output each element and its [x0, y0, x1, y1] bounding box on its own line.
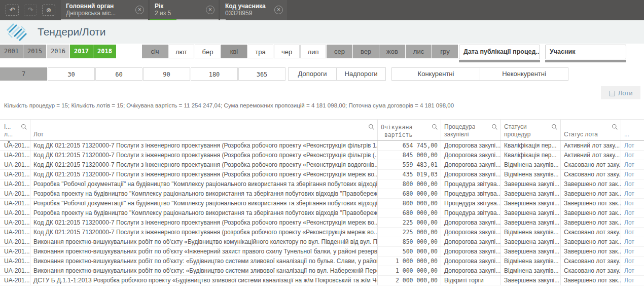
month-button[interactable]: тра: [247, 45, 273, 58]
cell-procedure-status[interactable]: Завершена закупі...: [501, 218, 561, 228]
cell-lot-title[interactable]: Виконання проектно-вишукувальних робіт п…: [30, 257, 378, 266]
day-range-button[interactable]: 7: [0, 67, 47, 81]
cell-lot-title[interactable]: Виконання проектно-вишукувальних робіт п…: [30, 237, 378, 247]
cell-procurement-procedure[interactable]: Допорогова закупі...: [441, 218, 501, 228]
participant-field[interactable]: Учасник: [545, 45, 626, 59]
cell-procurement-procedure[interactable]: Допорогова закупі...: [441, 170, 501, 179]
cell-lot-id[interactable]: UA-201...: [0, 141, 30, 151]
cell-procedure-status[interactable]: Відмінена закупів...: [501, 160, 561, 170]
day-range-button[interactable]: 90: [143, 67, 190, 81]
cell-procurement-procedure[interactable]: Допорогова закупі...: [441, 237, 501, 247]
search-icon[interactable]: [551, 124, 558, 130]
column-header[interactable]: Лот: [30, 120, 378, 140]
cell-expected-value[interactable]: 845 000,00: [378, 151, 441, 160]
cell-procedure-status[interactable]: Завершена закупі...: [501, 237, 561, 247]
cell-lot-status[interactable]: Завершено лот зак...: [561, 179, 621, 189]
cell-procurement-procedure[interactable]: Допорогова закупі...: [441, 266, 501, 276]
month-button[interactable]: вер: [353, 45, 379, 58]
year-button[interactable]: 2017: [70, 45, 93, 58]
cell-expected-value[interactable]: 225 000,00: [378, 218, 441, 228]
cell-expected-value[interactable]: 850 000,00: [378, 237, 441, 247]
clear-selection-icon[interactable]: [274, 6, 283, 14]
month-button[interactable]: лис: [406, 45, 432, 58]
cell-lot-status[interactable]: Завершено лот зак...: [561, 208, 621, 218]
cell-procurement-procedure[interactable]: Допорогова закупі...: [441, 257, 501, 266]
table-row[interactable]: UA-201... Розробка "Робочої документації…: [0, 179, 644, 189]
table-row[interactable]: UA-201... ДСТУ Б Д.1.1-1:2013 Розробка р…: [0, 276, 644, 285]
cell-lot-title[interactable]: Розробка "Робочої документації" на будів…: [30, 199, 378, 208]
cell-procurement-procedure[interactable]: Допорогова закупі...: [441, 160, 501, 170]
cell-expected-value[interactable]: 680 000,00: [378, 208, 441, 218]
cell-procedure-status[interactable]: Кваліфікація пер...: [501, 141, 561, 151]
search-icon[interactable]: [491, 124, 498, 130]
selection-chip[interactable]: Рік 2 из 5: [150, 0, 219, 20]
table-row[interactable]: UA-201... Код ДК 021:2015 71320000-7 Пос…: [0, 141, 644, 151]
lot-link[interactable]: Лот: [621, 189, 644, 199]
month-button[interactable]: сер: [327, 45, 352, 58]
undo-selection-icon[interactable]: [6, 5, 19, 16]
cell-expected-value[interactable]: 559 483,01: [378, 160, 441, 170]
column-header[interactable]: ...: [621, 120, 644, 140]
search-icon[interactable]: [432, 124, 438, 130]
threshold-button[interactable]: Надпороги: [336, 67, 386, 81]
threshold-button[interactable]: Допороги: [288, 67, 337, 81]
cell-procurement-procedure[interactable]: Процедура звітува...: [441, 189, 501, 199]
cell-expected-value[interactable]: 680 000,00: [378, 189, 441, 199]
cell-lot-status[interactable]: Скасовано лот заку...: [561, 160, 621, 170]
month-button[interactable]: гру: [432, 45, 458, 58]
day-range-button[interactable]: 60: [95, 67, 142, 81]
lot-link[interactable]: Лот: [621, 276, 644, 285]
year-button[interactable]: 2016: [47, 45, 69, 58]
clear-selection-icon[interactable]: [135, 6, 144, 14]
cell-lot-id[interactable]: UA-201...: [0, 276, 30, 285]
table-row[interactable]: UA-201... Розробка проекту на будівництв…: [0, 208, 644, 218]
cell-procedure-status[interactable]: Завершена закупі...: [501, 189, 561, 199]
table-row[interactable]: UA-201... Код ДК 021:2015 71320000-7 Пос…: [0, 228, 644, 237]
lot-link[interactable]: Лот: [621, 247, 644, 257]
day-range-button[interactable]: 365: [238, 67, 285, 81]
cell-lot-id[interactable]: UA-201...: [0, 257, 30, 266]
column-header[interactable]: Процедура закупівлі: [441, 120, 501, 140]
lot-link[interactable]: Лот: [621, 228, 644, 237]
selection-chip[interactable]: Головний орган Дніпровська міс...: [61, 0, 148, 20]
cell-lot-status[interactable]: Скасовано лот заку...: [561, 228, 621, 237]
cell-expected-value[interactable]: 800 000,00: [378, 199, 441, 208]
cell-procedure-status[interactable]: Завершена закупі...: [501, 247, 561, 257]
cell-procurement-procedure[interactable]: Допорогова закупі...: [441, 151, 501, 160]
cell-procedure-status[interactable]: Завершена закупі...: [501, 276, 561, 285]
month-button[interactable]: січ: [142, 45, 168, 58]
cell-lot-status[interactable]: Активний лот заку...: [561, 141, 621, 151]
cell-expected-value[interactable]: 500 000,00: [378, 247, 441, 257]
cell-expected-value[interactable]: 1 000 000,00: [378, 257, 441, 266]
cell-lot-status[interactable]: Скасовано лот заку...: [561, 170, 621, 179]
cell-lot-id[interactable]: UA-201...: [0, 266, 30, 276]
lot-link[interactable]: Лот: [621, 170, 644, 179]
cell-expected-value[interactable]: 800 000,00: [378, 179, 441, 189]
cell-lot-id[interactable]: UA-201...: [0, 151, 30, 160]
cell-lot-id[interactable]: UA-201...: [0, 218, 30, 228]
month-button[interactable]: жов: [379, 45, 405, 58]
cell-lot-id[interactable]: UA-201...: [0, 160, 30, 170]
search-icon[interactable]: [21, 124, 27, 130]
cell-lot-id[interactable]: UA-201...: [0, 237, 30, 247]
cell-lot-status[interactable]: Завершено лот зак...: [561, 247, 621, 257]
table-row[interactable]: UA-201... Виконання проектно-вишукувальн…: [0, 247, 644, 257]
month-button[interactable]: кві: [221, 45, 247, 58]
table-row[interactable]: UA-201... Виконання проектно-вишукувальн…: [0, 266, 644, 276]
cell-lot-status[interactable]: Завершено лот зак...: [561, 237, 621, 247]
cell-lot-status[interactable]: Скасовано лот заку...: [561, 266, 621, 276]
cell-procedure-status[interactable]: Відмінена закупів...: [501, 257, 561, 266]
cell-lot-title[interactable]: Розробка "Робочої документації" на будів…: [30, 179, 378, 189]
cell-lot-title[interactable]: Код ДК 021:2015 71320000-7 Послуги з інж…: [30, 151, 378, 160]
cell-procedure-status[interactable]: Відмінена закупів...: [501, 170, 561, 179]
cell-expected-value[interactable]: 654 745,00: [378, 141, 441, 151]
lot-link[interactable]: Лот: [621, 257, 644, 266]
cell-lot-id[interactable]: UA-201...: [0, 247, 30, 257]
cell-lot-status[interactable]: Скасовано лот заку...: [561, 257, 621, 266]
clear-selection-icon[interactable]: [206, 6, 214, 14]
cell-procedure-status[interactable]: Кваліфікація пер...: [501, 151, 561, 160]
cell-lot-id[interactable]: UA-201...: [0, 228, 30, 237]
search-icon[interactable]: [612, 124, 618, 130]
day-range-button[interactable]: 30: [48, 67, 95, 81]
tab-lots[interactable]: Лоти: [601, 86, 640, 99]
